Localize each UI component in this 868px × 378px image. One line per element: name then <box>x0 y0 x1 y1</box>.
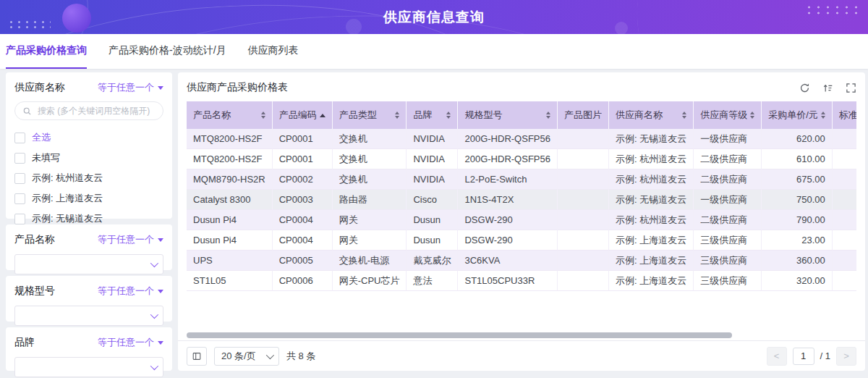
column-label: 产品编码 <box>279 109 317 122</box>
table-row[interactable]: Dusun Pi4CP0004网关DusunDSGW-290示例: 杭州道友云二… <box>187 210 856 230</box>
table-cell <box>558 251 609 271</box>
sort-icon[interactable] <box>546 112 550 119</box>
page-header: 供应商信息查询 <box>0 0 868 34</box>
table-row[interactable]: MTQ8200-HS2FCP0001交换机NVIDIA200G-HDR-QSFP… <box>187 129 856 149</box>
spec-model-operator-dropdown[interactable]: 等于任意一个 <box>98 285 163 298</box>
caret-down-icon <box>158 238 163 242</box>
next-page-button[interactable]: > <box>836 347 856 366</box>
table-cell: 一级供应商 <box>694 190 762 210</box>
table-row[interactable]: MQM8790-HS2RCP0002交换机NVIDIAL2-PoE-Switch… <box>187 169 856 190</box>
supplier-option[interactable]: 示例: 上海道友云 <box>14 188 163 209</box>
column-header[interactable]: 规格型号 <box>458 101 557 129</box>
page-number-input[interactable] <box>793 348 814 365</box>
fullscreen-icon[interactable] <box>845 82 856 93</box>
operator-text: 等于任意一个 <box>98 233 154 246</box>
table-cell: Dusun Pi4 <box>187 230 273 251</box>
table-cell: CP0003 <box>273 190 333 210</box>
search-icon <box>22 106 32 116</box>
product-name-select[interactable] <box>14 254 163 274</box>
checkbox[interactable] <box>14 193 25 204</box>
column-header[interactable]: 供应商等级 <box>694 101 762 129</box>
filter-label: 品牌 <box>14 336 35 349</box>
table-cell: 戴克威尔 <box>407 251 458 271</box>
option-label: 示例: 无锡道友云 <box>32 212 103 225</box>
checkbox[interactable] <box>14 133 25 143</box>
table-cell: 320.00 <box>762 271 833 291</box>
table-cell: CP0004 <box>273 210 333 230</box>
column-header[interactable]: 产品图片 <box>558 101 609 129</box>
table-cell: CP0005 <box>273 251 333 271</box>
sort-icon[interactable] <box>261 112 265 119</box>
column-label: 采购单价/元 <box>768 109 818 122</box>
table-cell: 路由器 <box>333 190 407 210</box>
table-row[interactable]: UPSCP0005交换机-电源戴克威尔3C6KVA示例: 上海道友云三级供应商3… <box>187 251 856 271</box>
brand-select[interactable] <box>14 357 163 377</box>
supplier-option[interactable]: 示例: 杭州道友云 <box>14 168 163 188</box>
checkbox[interactable] <box>14 173 25 184</box>
sort-icon[interactable] <box>395 112 399 119</box>
column-header[interactable]: 产品名称 <box>187 101 273 129</box>
brand-operator-dropdown[interactable]: 等于任意一个 <box>98 336 163 349</box>
supplier-option[interactable]: 全选 <box>14 127 163 148</box>
table-cell: 三级供应商 <box>694 251 762 271</box>
table-scroll-area: 产品名称产品编码产品类型品牌规格型号产品图片供应商名称供应商等级采购单价/元标准… <box>187 101 856 340</box>
spec-model-select[interactable] <box>14 306 163 326</box>
sort-icon[interactable] <box>750 112 754 119</box>
page-size-select[interactable]: 20 条/页 <box>214 347 279 366</box>
caret-down-icon <box>158 86 163 90</box>
table-cell <box>558 149 609 169</box>
product-name-operator-dropdown[interactable]: 等于任意一个 <box>98 233 163 246</box>
horizontal-scrollbar-thumb[interactable] <box>187 332 732 338</box>
column-settings-icon[interactable] <box>822 82 833 93</box>
table-cell: 610.00 <box>762 149 833 169</box>
operator-text: 等于任意一个 <box>98 81 154 94</box>
table-cell: Dusun Pi4 <box>187 210 273 230</box>
table-cell: 交换机 <box>333 169 407 190</box>
prev-page-button[interactable]: < <box>767 347 787 366</box>
checkbox[interactable] <box>14 214 25 224</box>
table-cell: 360.00 <box>762 251 833 271</box>
table-cell: CP0004 <box>273 230 333 251</box>
table-cell: 一级供应商 <box>694 129 762 149</box>
sort-icon[interactable] <box>446 112 451 119</box>
table-row[interactable]: MTQ8200-HS2FCP0001交换机NVIDIA200G-HDR-QSFP… <box>187 149 856 169</box>
table-cell <box>558 169 609 190</box>
column-header[interactable]: 品牌 <box>407 101 458 129</box>
table-cell: 790.00 <box>762 210 833 230</box>
tab-price-fluctuation-stats[interactable]: 产品采购价格-波动统计/月 <box>109 34 226 69</box>
column-header[interactable]: 标准采购单价/元 <box>833 101 856 129</box>
sort-icon[interactable] <box>821 112 825 119</box>
supplier-search-input[interactable] <box>36 105 156 117</box>
table-cell: 123.00 <box>833 230 856 251</box>
table-cell: CP0006 <box>273 271 333 291</box>
column-header[interactable]: 产品类型 <box>333 101 407 129</box>
table-cell: 750.00 <box>762 190 833 210</box>
supplier-search-box[interactable] <box>14 101 163 120</box>
table-row[interactable]: Dusun Pi4CP0004网关DusunDSGW-290示例: 上海道友云三… <box>187 230 856 251</box>
checkbox[interactable] <box>14 153 25 164</box>
column-label: 供应商等级 <box>700 109 747 122</box>
table-cell: 交换机 <box>333 149 407 169</box>
table-cell: Dusun <box>407 210 458 230</box>
column-header[interactable]: 采购单价/元 <box>762 101 833 129</box>
tab-supplier-list[interactable]: 供应商列表 <box>248 34 299 69</box>
sort-icon[interactable] <box>682 112 686 119</box>
table-row[interactable]: ST1L05CP0006网关-CPU芯片意法ST1L05CPU33R示例: 上海… <box>187 271 856 291</box>
column-label: 供应商名称 <box>616 109 663 122</box>
supplier-option[interactable]: 未填写 <box>14 148 163 168</box>
filter-spec-model: 规格型号 等于任意一个 <box>6 276 172 322</box>
table-cell <box>558 271 609 291</box>
table-cell: 交换机-电源 <box>333 251 407 271</box>
tab-product-purchase-price-query[interactable]: 产品采购价格查询 <box>6 34 87 69</box>
operator-text: 等于任意一个 <box>98 336 154 349</box>
table-cell: L2-PoE-Switch <box>458 169 557 190</box>
column-label: 标准采购单价/元 <box>839 109 856 122</box>
table-border-toggle-icon[interactable] <box>187 347 207 366</box>
table-cell: 1N1S-4T2X <box>458 190 557 210</box>
refresh-icon[interactable] <box>799 82 810 93</box>
column-header[interactable]: 供应商名称 <box>609 101 694 129</box>
sort-asc-icon[interactable] <box>320 114 326 117</box>
column-header[interactable]: 产品编码 <box>273 101 333 129</box>
supplier-operator-dropdown[interactable]: 等于任意一个 <box>98 81 163 94</box>
table-row[interactable]: Catalyst 8300CP0003路由器Cisco1N1S-4T2X示例: … <box>187 190 856 210</box>
